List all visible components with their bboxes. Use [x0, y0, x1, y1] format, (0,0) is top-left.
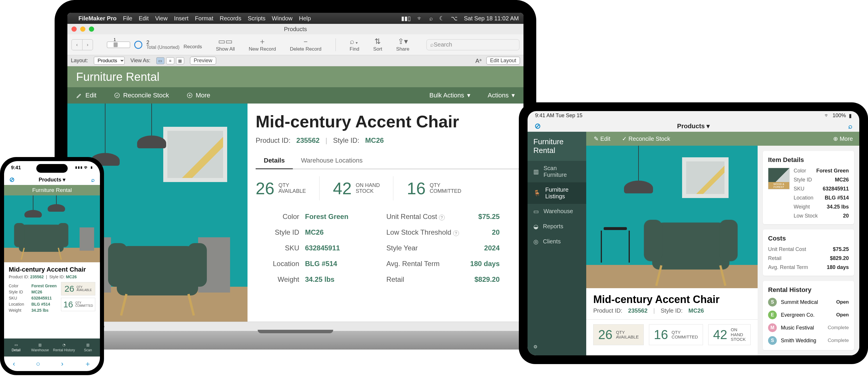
- text-format-icon[interactable]: Aᵃ: [475, 57, 482, 64]
- nav-add-icon[interactable]: ＋: [84, 359, 91, 369]
- menu-view[interactable]: View: [155, 15, 167, 22]
- search-input[interactable]: ⌕ Search: [427, 39, 519, 50]
- window-titlebar: Products: [67, 24, 524, 34]
- find-button[interactable]: ⌕▾Find: [350, 37, 359, 52]
- menu-records[interactable]: Records: [220, 15, 241, 22]
- menu-help[interactable]: Help: [299, 15, 311, 22]
- rental-history-row[interactable]: EEvergreen Co.Open: [768, 311, 849, 319]
- tab-scan[interactable]: ▥Scan: [76, 339, 100, 356]
- kv-row: Weight34.25 lbs: [794, 204, 849, 210]
- search-icon[interactable]: ⌕: [848, 122, 852, 130]
- menu-edit[interactable]: Edit: [138, 15, 149, 22]
- settings-icon[interactable]: ⚙: [528, 338, 586, 355]
- help-icon[interactable]: ?: [439, 214, 445, 221]
- menu-window[interactable]: Window: [272, 15, 292, 22]
- field-row: Style IDMC26: [9, 290, 58, 294]
- bulk-actions-dropdown[interactable]: Bulk Actions ▾: [429, 92, 470, 99]
- sidebar-item-clients[interactable]: ◎Clients: [528, 234, 586, 249]
- more-button[interactable]: ⊕ More: [833, 135, 853, 142]
- laptop-device: FileMaker Pro File Edit View Insert Form…: [55, 0, 536, 348]
- product-photo: [4, 195, 100, 262]
- pie-icon: [134, 41, 142, 49]
- close-window-button[interactable]: [71, 26, 77, 32]
- field-label: SKU: [256, 244, 305, 252]
- search-icon[interactable]: ⌕: [91, 176, 95, 183]
- zoom-window-button[interactable]: [89, 26, 94, 32]
- kv-row: SKU632845911: [794, 186, 849, 192]
- avatar: S: [768, 298, 777, 307]
- status-check-icon[interactable]: ⊘: [9, 176, 14, 183]
- nav-back-icon[interactable]: ‹: [13, 360, 15, 368]
- wifi-icon[interactable]: ᯤ: [417, 15, 423, 22]
- view-list-button[interactable]: ≡: [166, 57, 174, 64]
- sidebar-item-furniture listings[interactable]: 🪑Furniture Listings: [528, 182, 586, 204]
- reconcile-button[interactable]: Reconcile Stock: [114, 92, 169, 99]
- help-icon[interactable]: ?: [453, 230, 459, 236]
- new-record-button[interactable]: ＋New Record: [249, 37, 276, 52]
- more-button[interactable]: More: [186, 92, 210, 99]
- menu-scripts[interactable]: Scripts: [248, 15, 266, 22]
- layout-select[interactable]: Products: [94, 57, 125, 64]
- client-name: Summit Medical: [781, 299, 818, 305]
- menu-format[interactable]: Format: [195, 15, 213, 22]
- menu-app[interactable]: FileMaker Pro: [79, 15, 117, 22]
- phone-fields: ColorForest GreenStyle IDMC26SKU63284591…: [9, 282, 58, 314]
- kv-row: Retail$829.20: [768, 255, 849, 261]
- detail-tabs: Details Warehouse Locations: [256, 153, 524, 169]
- prev-record-button[interactable]: ‹: [72, 39, 82, 50]
- tab-rental history[interactable]: ◔Rental History: [52, 339, 76, 356]
- delete-record-button[interactable]: －Delete Record: [290, 37, 321, 52]
- search-icon[interactable]: ⌕: [429, 15, 433, 22]
- view-form-button[interactable]: ▭: [156, 57, 164, 64]
- tab-details[interactable]: Details: [256, 153, 293, 169]
- rental-history-row[interactable]: SSummit MedicalOpen: [768, 298, 849, 307]
- field-label: Style ID: [256, 228, 305, 236]
- record-current: 1: [114, 37, 116, 42]
- actions-dropdown[interactable]: Actions ▾: [488, 92, 515, 99]
- moon-icon[interactable]: ☾: [439, 15, 444, 22]
- next-record-button[interactable]: ›: [82, 39, 93, 50]
- nav-home-icon[interactable]: ○: [36, 360, 40, 368]
- record-slider[interactable]: 1: [107, 41, 130, 48]
- edit-layout-button[interactable]: Edit Layout: [486, 57, 520, 64]
- macos-menubar: FileMaker Pro File Edit View Insert Form…: [67, 13, 524, 24]
- share-button[interactable]: ⇪▾Share: [396, 37, 409, 52]
- battery-icon[interactable]: ▮▮▯: [401, 15, 411, 22]
- title-label[interactable]: Products ▾: [39, 176, 65, 183]
- nav-forward-icon[interactable]: ›: [61, 360, 63, 368]
- field-value: 20: [462, 228, 500, 236]
- tab-warehouse[interactable]: ▥Warehouse: [28, 339, 52, 356]
- tab-detail[interactable]: ▭Detail: [4, 339, 28, 356]
- menu-insert[interactable]: Insert: [174, 15, 189, 22]
- preview-button[interactable]: Preview: [190, 57, 216, 64]
- status-check-icon[interactable]: ⊘: [534, 121, 541, 131]
- sidebar-item-reports[interactable]: ◒Reports: [528, 219, 586, 234]
- sort-button[interactable]: ⇅Sort: [373, 37, 382, 52]
- edit-button[interactable]: ✎ Edit: [594, 135, 610, 142]
- status-badge: Open: [836, 312, 849, 318]
- menu-file[interactable]: File: [123, 15, 132, 22]
- client-name: Music Festival: [781, 325, 814, 331]
- warehouse-icon: ▭: [533, 208, 539, 215]
- rental-history-row[interactable]: SSmith WeddingComplete: [768, 336, 849, 345]
- rental-history-row[interactable]: MMusic FestivalComplete: [768, 323, 849, 332]
- menubar-clock[interactable]: Sat Sep 18 11:02 AM: [464, 15, 519, 22]
- reconcile-button[interactable]: ✓ Reconcile Stock: [622, 135, 670, 142]
- control-center-icon[interactable]: ⌥: [451, 15, 458, 22]
- phone-notch: [36, 164, 68, 173]
- sidebar-item-warehouse[interactable]: ▭Warehouse: [528, 204, 586, 219]
- tab-warehouse[interactable]: Warehouse Locations: [293, 153, 371, 169]
- edit-button[interactable]: Edit: [76, 92, 96, 99]
- show-all-button[interactable]: ▭▭Show All: [216, 37, 235, 52]
- avatar: S: [768, 336, 777, 345]
- minimize-window-button[interactable]: [80, 26, 85, 32]
- sid-value: MC26: [66, 274, 77, 279]
- app-title: Furniture Rental: [76, 70, 159, 83]
- field-value: 632845911: [305, 244, 363, 252]
- view-table-button[interactable]: ▦: [176, 57, 184, 64]
- item-details-card: Item Details ColorForest GreenStyle IDMC…: [763, 151, 854, 224]
- sidebar-item-scan furniture[interactable]: ▥Scan Furniture: [528, 161, 586, 182]
- stat-on-hand: 42ON HANDSTOCK: [708, 324, 751, 345]
- title-label[interactable]: Products ▾: [677, 122, 710, 130]
- pid-value: 235562: [628, 307, 648, 314]
